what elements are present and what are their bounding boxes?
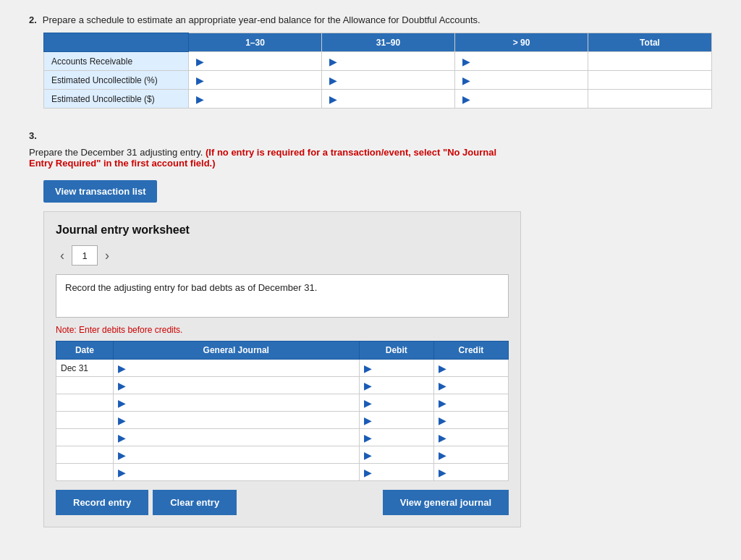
dollar-1-30-input[interactable] bbox=[206, 94, 314, 104]
header-total: Total bbox=[588, 33, 712, 52]
clear-entry-button[interactable]: Clear entry bbox=[153, 490, 237, 515]
date-cell-4 bbox=[56, 412, 114, 429]
credit-cell-5[interactable]: ▶ bbox=[433, 429, 508, 446]
input-marker: ▶ bbox=[329, 93, 337, 105]
dollar-90plus-input[interactable] bbox=[472, 94, 580, 104]
input-marker: ▶ bbox=[364, 432, 372, 444]
pct-total-cell[interactable] bbox=[588, 71, 712, 90]
gj-input-2[interactable] bbox=[128, 381, 329, 391]
gj-input-4[interactable] bbox=[128, 416, 329, 426]
gj-input-6[interactable] bbox=[128, 451, 329, 461]
col-header-date: Date bbox=[56, 341, 114, 360]
debit-input-6[interactable] bbox=[374, 451, 423, 461]
section-3-number: 3. bbox=[29, 130, 37, 141]
debit-input-2[interactable] bbox=[374, 381, 423, 391]
table-row: Estimated Uncollectible (%) ▶ ▶ ▶ bbox=[44, 71, 712, 90]
credit-input-4[interactable] bbox=[449, 416, 498, 426]
credit-input-5[interactable] bbox=[449, 433, 498, 444]
ar-31-90-input[interactable] bbox=[339, 56, 447, 67]
input-marker: ▶ bbox=[439, 362, 446, 374]
gj-input-1[interactable] bbox=[128, 364, 329, 374]
prev-page-button[interactable]: ‹ bbox=[56, 248, 69, 263]
debit-cell-5[interactable]: ▶ bbox=[359, 429, 433, 446]
credit-cell-4[interactable]: ▶ bbox=[433, 412, 508, 429]
debit-cell-6[interactable]: ▶ bbox=[359, 446, 433, 464]
journal-entry-worksheet: Journal entry worksheet ‹ 1 › Record the… bbox=[43, 211, 521, 527]
gj-cell-6[interactable]: ▶ bbox=[113, 446, 359, 464]
gj-cell-4[interactable]: ▶ bbox=[113, 412, 359, 429]
credit-cell-7[interactable]: ▶ bbox=[433, 464, 508, 481]
credit-input-3[interactable] bbox=[449, 399, 498, 409]
input-marker: ▶ bbox=[118, 432, 126, 444]
ar-31-90-cell[interactable]: ▶ bbox=[322, 52, 455, 71]
debit-input-3[interactable] bbox=[374, 399, 423, 409]
input-marker: ▶ bbox=[439, 449, 446, 461]
debit-input-1[interactable] bbox=[374, 364, 423, 374]
section-2-number: 2. bbox=[29, 14, 37, 25]
dollar-31-90-input[interactable] bbox=[339, 94, 447, 104]
table-row: Estimated Uncollectible ($) ▶ ▶ ▶ bbox=[44, 90, 712, 109]
dollar-90plus-cell[interactable]: ▶ bbox=[455, 90, 588, 109]
journal-table: Date General Journal Debit Credit Dec 31… bbox=[56, 341, 509, 481]
ar-total-input[interactable] bbox=[596, 56, 704, 67]
note-text: Note: Enter debits before credits. bbox=[56, 325, 509, 335]
debit-input-5[interactable] bbox=[374, 433, 423, 444]
gj-cell-3[interactable]: ▶ bbox=[113, 394, 359, 412]
section-2: 2. Prepare a schedule to estimate an app… bbox=[29, 14, 712, 109]
debit-cell-4[interactable]: ▶ bbox=[359, 412, 433, 429]
gj-input-7[interactable] bbox=[128, 468, 329, 478]
dollar-31-90-cell[interactable]: ▶ bbox=[322, 90, 455, 109]
dollar-total-cell[interactable] bbox=[588, 90, 712, 109]
bottom-buttons: Record entry Clear entry View general jo… bbox=[56, 490, 509, 515]
journal-row-3: ▶ ▶ ▶ bbox=[56, 394, 509, 412]
input-marker: ▶ bbox=[196, 93, 204, 105]
table-row: Accounts Receivable ▶ ▶ ▶ bbox=[44, 52, 712, 71]
credit-input-1[interactable] bbox=[449, 364, 498, 374]
credit-input-7[interactable] bbox=[449, 468, 498, 478]
pct-31-90-input[interactable] bbox=[339, 75, 447, 85]
ar-90plus-cell[interactable]: ▶ bbox=[455, 52, 588, 71]
gj-cell-7[interactable]: ▶ bbox=[113, 464, 359, 481]
pct-90plus-input[interactable] bbox=[472, 75, 580, 85]
input-marker: ▶ bbox=[329, 56, 337, 67]
ar-total-cell[interactable] bbox=[588, 52, 712, 71]
credit-input-6[interactable] bbox=[449, 451, 498, 461]
pct-1-30-input[interactable] bbox=[206, 75, 314, 85]
gj-cell-1[interactable]: ▶ bbox=[113, 360, 359, 377]
view-general-journal-button[interactable]: View general journal bbox=[383, 490, 509, 515]
gj-cell-2[interactable]: ▶ bbox=[113, 377, 359, 394]
record-entry-button[interactable]: Record entry bbox=[56, 490, 148, 515]
ar-1-30-cell[interactable]: ▶ bbox=[189, 52, 322, 71]
debit-input-4[interactable] bbox=[374, 416, 423, 426]
dollar-1-30-cell[interactable]: ▶ bbox=[189, 90, 322, 109]
credit-input-2[interactable] bbox=[449, 381, 498, 391]
input-marker: ▶ bbox=[118, 397, 126, 409]
view-transaction-list-button[interactable]: View transaction list bbox=[43, 180, 157, 203]
gj-input-3[interactable] bbox=[128, 399, 329, 409]
debit-cell-1[interactable]: ▶ bbox=[359, 360, 433, 377]
pct-90plus-cell[interactable]: ▶ bbox=[455, 71, 588, 90]
journal-row-2: ▶ ▶ ▶ bbox=[56, 377, 509, 394]
debit-cell-7[interactable]: ▶ bbox=[359, 464, 433, 481]
input-marker: ▶ bbox=[364, 449, 372, 461]
credit-cell-1[interactable]: ▶ bbox=[433, 360, 508, 377]
input-marker: ▶ bbox=[364, 362, 372, 374]
debit-cell-2[interactable]: ▶ bbox=[359, 377, 433, 394]
credit-cell-6[interactable]: ▶ bbox=[433, 446, 508, 464]
gj-input-5[interactable] bbox=[128, 433, 329, 444]
input-marker: ▶ bbox=[118, 467, 126, 478]
debit-cell-3[interactable]: ▶ bbox=[359, 394, 433, 412]
pct-1-30-cell[interactable]: ▶ bbox=[189, 71, 322, 90]
credit-cell-2[interactable]: ▶ bbox=[433, 377, 508, 394]
pct-31-90-cell[interactable]: ▶ bbox=[322, 71, 455, 90]
dollar-total-input[interactable] bbox=[596, 94, 704, 104]
ar-1-30-input[interactable] bbox=[206, 56, 314, 67]
debit-input-7[interactable] bbox=[374, 468, 423, 478]
ar-90plus-input[interactable] bbox=[472, 56, 580, 67]
next-page-button[interactable]: › bbox=[101, 248, 114, 263]
credit-cell-3[interactable]: ▶ bbox=[433, 394, 508, 412]
pct-total-input[interactable] bbox=[596, 75, 704, 85]
input-marker: ▶ bbox=[439, 380, 446, 391]
gj-cell-5[interactable]: ▶ bbox=[113, 429, 359, 446]
date-cell-6 bbox=[56, 446, 114, 464]
